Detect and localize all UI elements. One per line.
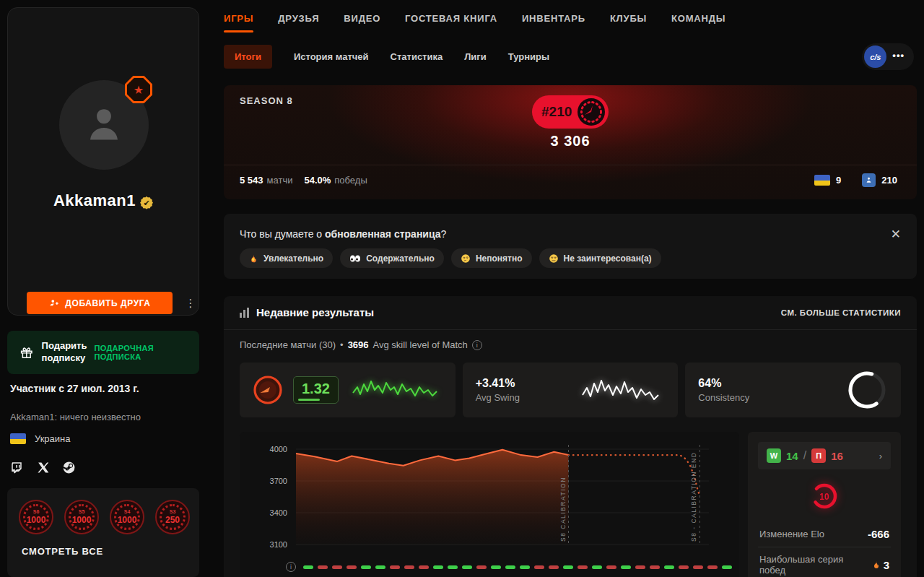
info-icon[interactable]: i (286, 562, 296, 572)
recent-results-card: Недавние результаты СМ. БОЛЬШЕ СТАТИСТИК… (224, 296, 917, 577)
gift-subscription-panel[interactable]: Подарить подписку ПОДАРОЧНАЯ ПОДПИСКА (7, 331, 199, 374)
match-loss-dash[interactable] (404, 565, 414, 569)
tab-guestbook[interactable]: ГОСТЕВАЯ КНИГА (405, 13, 497, 32)
streak-value: 3 (884, 559, 889, 571)
tab-friends[interactable]: ДРУЗЬЯ (278, 13, 319, 32)
win-streak-row: Наибольшая серия побед 3 (758, 547, 891, 577)
match-loss-dash[interactable] (346, 565, 357, 569)
elo-multiplier-card: 1.32 (240, 363, 456, 417)
username: Akkaman1 (53, 191, 136, 209)
match-loss-dash[interactable] (419, 565, 429, 569)
see-more-stats-link[interactable]: СМ. БОЛЬШЕ СТАТИСТИКИ (781, 308, 901, 317)
feedback-chip-not-interested[interactable]: Не заинтересован(а) (539, 248, 661, 268)
steam-icon[interactable] (61, 459, 77, 475)
stats-bars-icon (240, 308, 249, 318)
subtab-statistics[interactable]: Статистика (391, 51, 443, 62)
person-plus-icon (48, 298, 59, 308)
divider (224, 165, 917, 165)
match-win-dash[interactable] (303, 565, 313, 569)
season-medal[interactable]: S5 1000 (64, 500, 99, 534)
win-loss-bar[interactable]: W 14 / П 16 › (758, 442, 891, 469)
match-loss-dash[interactable] (476, 565, 487, 569)
elo-line-chart: 4000370034003100S8 CALIBRATIONS8 - CALIB… (240, 436, 720, 553)
match-win-dash[interactable] (505, 565, 515, 569)
match-loss-dash[interactable] (679, 565, 689, 569)
match-loss-dash[interactable] (318, 565, 328, 569)
match-win-dash[interactable] (361, 565, 371, 569)
season-medal[interactable]: S3 250 (155, 500, 190, 534)
matches-count: 5 543 (240, 175, 263, 186)
match-loss-dash[interactable] (332, 565, 342, 569)
profile-menu-kebab[interactable]: ⋮ (181, 292, 200, 314)
season-medal[interactable]: S4 1000 (110, 500, 144, 534)
match-win-dash[interactable] (621, 565, 631, 569)
global-rank-icon (862, 173, 876, 187)
view-all-badges-link[interactable]: СМОТРЕТЬ ВСЕ (22, 546, 103, 557)
avg-swing-card: +3.41% Avg Swing (463, 363, 679, 417)
subtab-tournaments[interactable]: Турниры (508, 51, 549, 62)
match-win-dash[interactable] (563, 565, 573, 569)
match-loss-dash[interactable] (635, 565, 645, 569)
tab-videos[interactable]: ВИДЕО (344, 13, 380, 32)
subtab-overview[interactable]: Итоги (224, 45, 272, 69)
twitch-icon[interactable] (9, 459, 25, 475)
rank-emblem-clock-icon (576, 97, 606, 127)
subtab-leagues[interactable]: Лиги (464, 51, 487, 62)
x-twitter-icon[interactable] (35, 459, 51, 475)
match-win-dash[interactable] (462, 565, 472, 569)
match-win-dash[interactable] (448, 565, 458, 569)
match-win-dash[interactable] (722, 565, 732, 569)
feedback-chip-unclear[interactable]: Непонятно (451, 248, 532, 268)
main-tabbar: ИГРЫ ДРУЗЬЯ ВИДЕО ГОСТЕВАЯ КНИГА ИНВЕНТА… (224, 13, 917, 32)
profile-name-row: Akkaman1✔ (8, 191, 199, 210)
progress-bar (298, 399, 320, 401)
feedback-chip-exciting[interactable]: Увлекательно (240, 248, 333, 268)
subtab-match-history[interactable]: История матчей (294, 51, 369, 62)
season-medal[interactable]: S6 1000 (19, 500, 53, 534)
more-options-button[interactable]: ••• (891, 50, 912, 64)
member-since: Участник с 27 июл. 2013 г. (10, 383, 139, 394)
match-win-dash[interactable] (520, 565, 530, 569)
match-loss-dash[interactable] (707, 565, 718, 569)
match-win-dash[interactable] (433, 565, 443, 569)
match-loss-dash[interactable] (390, 565, 400, 569)
medal-list: S6 1000 S5 1000 S4 1000 S3 250 (19, 500, 190, 534)
country-label: Украина (35, 433, 71, 444)
match-loss-dash[interactable] (693, 565, 703, 569)
season-title: SEASON 8 (240, 95, 293, 106)
elo-chart: 4000370034003100S8 CALIBRATIONS8 - CALIB… (240, 432, 739, 577)
gauge-icon (253, 375, 283, 405)
info-icon[interactable]: i (472, 340, 482, 350)
thinking-face-icon (461, 253, 471, 264)
match-win-dash[interactable] (592, 565, 602, 569)
cs-game-icon[interactable]: c/s (864, 45, 886, 68)
match-win-dash[interactable] (491, 565, 501, 569)
country-rank: 9 (836, 175, 841, 186)
gift-subscription-link[interactable]: ПОДАРОЧНАЯ ПОДПИСКА (94, 344, 192, 361)
skill-level-emblem: 10 (758, 481, 891, 511)
gift-icon (19, 344, 35, 361)
match-loss-dash[interactable] (650, 565, 660, 569)
match-results-strip: i (240, 556, 739, 577)
match-win-dash[interactable] (375, 565, 385, 569)
feedback-chip-informative[interactable]: Содержательно (340, 248, 444, 268)
tab-games[interactable]: ИГРЫ (224, 13, 253, 32)
feedback-question: Что вы думаете о обновленная страница? (240, 228, 446, 240)
tab-teams[interactable]: КОМАНДЫ (671, 13, 725, 32)
match-loss-dash[interactable] (534, 565, 544, 569)
season-banner: SEASON 8 #210 3 306 5 543 матчи 54.0% по… (224, 85, 917, 199)
match-win-dash[interactable] (664, 565, 674, 569)
tab-clubs[interactable]: КЛУБЫ (610, 13, 647, 32)
season-elo: 3 306 (224, 133, 917, 149)
match-loss-dash[interactable] (578, 565, 588, 569)
divider (224, 329, 917, 330)
add-friend-button[interactable]: ДОБАВИТЬ ДРУГА (27, 292, 173, 314)
tab-inventory[interactable]: ИНВЕНТАРЬ (522, 13, 585, 32)
feedback-card: Что вы думаете о обновленная страница? ✕… (224, 214, 917, 279)
close-icon[interactable]: ✕ (891, 227, 901, 242)
eyes-icon (349, 254, 361, 263)
wins-count: 14 (786, 450, 798, 462)
match-loss-dash[interactable] (606, 565, 616, 569)
match-loss-dash[interactable] (549, 565, 559, 569)
elo-multiplier-value-box: 1.32 (293, 376, 339, 404)
